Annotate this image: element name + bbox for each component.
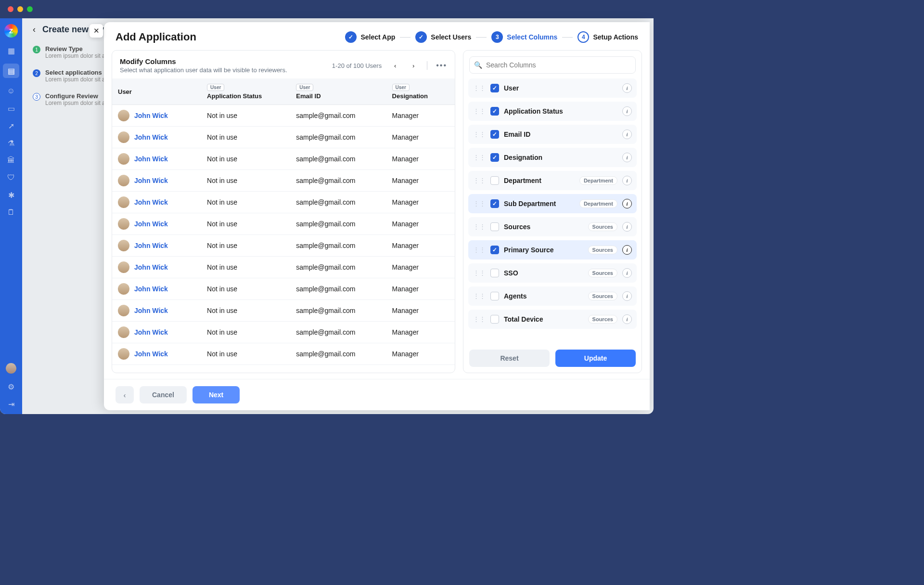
- column-header[interactable]: User: [112, 78, 201, 105]
- column-checkbox[interactable]: [490, 176, 499, 185]
- pager-prev-icon[interactable]: ‹: [390, 61, 400, 70]
- table-row[interactable]: John Wick Not in use sample@gmail.com Ma…: [112, 192, 455, 213]
- info-icon[interactable]: i: [622, 291, 632, 301]
- update-button[interactable]: Update: [555, 350, 636, 367]
- drag-handle-icon[interactable]: ⋮⋮: [473, 247, 486, 252]
- drag-handle-icon[interactable]: ⋮⋮: [473, 271, 486, 275]
- collapse-icon[interactable]: ⇥: [7, 400, 15, 408]
- column-header[interactable]: UserDesignation: [386, 78, 455, 105]
- footer-back-button[interactable]: ‹: [116, 386, 134, 403]
- column-checkbox[interactable]: ✓: [490, 107, 499, 116]
- column-checkbox[interactable]: ✓: [490, 153, 499, 162]
- user-name-link[interactable]: John Wick: [134, 155, 168, 163]
- drag-handle-icon[interactable]: ⋮⋮: [473, 86, 486, 91]
- info-icon[interactable]: i: [622, 314, 632, 324]
- table-row[interactable]: John Wick Not in use sample@gmail.com Ma…: [112, 127, 455, 148]
- column-item[interactable]: ⋮⋮ ✓ Email ID i: [468, 125, 637, 144]
- user-name-link[interactable]: John Wick: [134, 350, 168, 358]
- column-checkbox[interactable]: ✓: [490, 84, 499, 92]
- dashboard-icon[interactable]: ▦: [7, 46, 15, 55]
- column-header[interactable]: UserApplication Status: [201, 78, 290, 105]
- drag-handle-icon[interactable]: ⋮⋮: [473, 132, 486, 137]
- drag-handle-icon[interactable]: ⋮⋮: [473, 201, 486, 206]
- column-item[interactable]: ⋮⋮ Department Department i: [468, 171, 637, 190]
- column-item[interactable]: ⋮⋮ Agents Sources i: [468, 286, 637, 306]
- user-name-link[interactable]: John Wick: [134, 328, 168, 336]
- cancel-button[interactable]: Cancel: [140, 386, 187, 403]
- info-icon[interactable]: i: [622, 130, 632, 139]
- info-icon[interactable]: i: [622, 153, 632, 162]
- column-checkbox[interactable]: [490, 292, 499, 300]
- column-item[interactable]: ⋮⋮ ✓ Primary Source Sources i: [468, 240, 637, 260]
- pager-next-icon[interactable]: ›: [409, 61, 418, 70]
- building-icon[interactable]: 🏛: [7, 156, 15, 165]
- table-row[interactable]: John Wick Not in use sample@gmail.com Ma…: [112, 170, 455, 192]
- table-row[interactable]: John Wick Not in use sample@gmail.com Ma…: [112, 235, 455, 257]
- gear-icon[interactable]: ⚙: [7, 382, 15, 391]
- flask-icon[interactable]: ⚗: [7, 139, 15, 147]
- column-item[interactable]: ⋮⋮ ✓ Designation i: [468, 148, 637, 167]
- table-row[interactable]: John Wick Not in use sample@gmail.com Ma…: [112, 148, 455, 170]
- search-columns-input[interactable]: [469, 56, 636, 74]
- shield-icon[interactable]: 🛡: [7, 173, 15, 182]
- drag-handle-icon[interactable]: ⋮⋮: [473, 294, 486, 299]
- more-menu-icon[interactable]: •••: [436, 61, 447, 70]
- reset-button[interactable]: Reset: [469, 350, 550, 367]
- user-name-link[interactable]: John Wick: [134, 177, 168, 184]
- drag-handle-icon[interactable]: ⋮⋮: [473, 224, 486, 229]
- close-modal-button[interactable]: ✕: [90, 24, 103, 38]
- user-name-link[interactable]: John Wick: [134, 307, 168, 314]
- id-card-icon[interactable]: ▭: [7, 104, 15, 113]
- stepper-step[interactable]: 4 Setup Actions: [578, 31, 638, 43]
- user-name-link[interactable]: John Wick: [134, 198, 168, 206]
- column-item[interactable]: ⋮⋮ SSO Sources i: [468, 263, 637, 283]
- drag-handle-icon[interactable]: ⋮⋮: [473, 178, 486, 183]
- maximize-window-icon[interactable]: [27, 6, 33, 12]
- calendar-icon[interactable]: ▤: [3, 64, 19, 78]
- chip-icon[interactable]: ✱: [7, 191, 15, 199]
- drag-handle-icon[interactable]: ⋮⋮: [473, 155, 486, 160]
- table-row[interactable]: John Wick Not in use sample@gmail.com Ma…: [112, 213, 455, 235]
- clipboard-icon[interactable]: 🗒: [7, 208, 15, 217]
- rocket-icon[interactable]: ➚: [7, 121, 15, 130]
- user-icon[interactable]: ☺: [7, 87, 15, 95]
- user-name-link[interactable]: John Wick: [134, 285, 168, 293]
- close-window-icon[interactable]: [8, 6, 13, 12]
- stepper-step[interactable]: 3 Select Columns: [491, 31, 557, 43]
- column-checkbox[interactable]: [490, 222, 499, 231]
- stepper-step[interactable]: ✓ Select Users: [415, 31, 471, 43]
- column-checkbox[interactable]: [490, 269, 499, 277]
- stepper-step[interactable]: ✓ Select App: [345, 31, 395, 43]
- column-checkbox[interactable]: ✓: [490, 246, 499, 254]
- back-chevron-icon[interactable]: ‹: [33, 25, 36, 35]
- next-button[interactable]: Next: [192, 386, 240, 403]
- column-item[interactable]: ⋮⋮ ✓ User i: [468, 78, 637, 98]
- drag-handle-icon[interactable]: ⋮⋮: [473, 317, 486, 322]
- info-icon[interactable]: i: [622, 176, 632, 185]
- column-checkbox[interactable]: ✓: [490, 199, 499, 208]
- table-row[interactable]: John Wick Not in use sample@gmail.com Ma…: [112, 343, 455, 365]
- info-icon[interactable]: i: [622, 222, 632, 232]
- user-name-link[interactable]: John Wick: [134, 220, 168, 228]
- user-name-link[interactable]: John Wick: [134, 242, 168, 249]
- info-icon[interactable]: i: [622, 268, 632, 278]
- user-avatar[interactable]: [6, 363, 16, 374]
- column-checkbox[interactable]: [490, 315, 499, 324]
- table-row[interactable]: John Wick Not in use sample@gmail.com Ma…: [112, 278, 455, 300]
- column-item[interactable]: ⋮⋮ Sources Sources i: [468, 217, 637, 236]
- column-item[interactable]: ⋮⋮ Total Device Sources i: [468, 310, 637, 329]
- info-icon[interactable]: i: [622, 245, 632, 255]
- table-row[interactable]: John Wick Not in use sample@gmail.com Ma…: [112, 300, 455, 322]
- table-row[interactable]: John Wick Not in use sample@gmail.com Ma…: [112, 105, 455, 127]
- info-icon[interactable]: i: [622, 106, 632, 116]
- info-icon[interactable]: i: [622, 199, 632, 208]
- column-header[interactable]: UserEmail ID: [290, 78, 386, 105]
- column-item[interactable]: ⋮⋮ ✓ Application Status i: [468, 102, 637, 121]
- info-icon[interactable]: i: [622, 83, 632, 93]
- app-logo[interactable]: Z: [4, 24, 18, 38]
- minimize-window-icon[interactable]: [17, 6, 23, 12]
- column-checkbox[interactable]: ✓: [490, 130, 499, 139]
- user-name-link[interactable]: John Wick: [134, 133, 168, 141]
- user-name-link[interactable]: John Wick: [134, 112, 168, 119]
- table-row[interactable]: John Wick Not in use sample@gmail.com Ma…: [112, 257, 455, 278]
